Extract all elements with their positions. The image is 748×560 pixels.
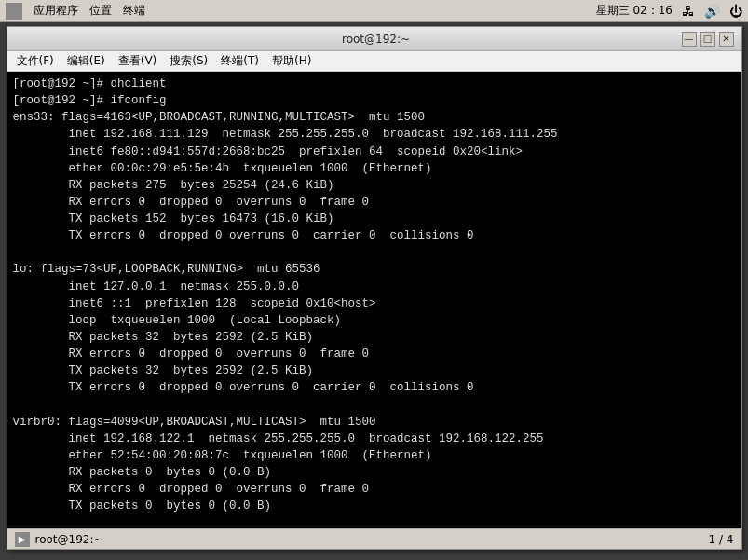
title-bar: root@192:~ — □ ✕ (7, 27, 741, 51)
app-icon (6, 3, 22, 20)
window-title: root@192:~ (71, 33, 682, 46)
minimize-button[interactable]: — (682, 32, 697, 47)
menu-view[interactable]: 查看(V) (113, 51, 163, 71)
menu-terminal[interactable]: 终端(T) (215, 51, 265, 71)
taskbar: 应用程序 位置 终端 星期三 02：16 🖧 🔊 ⏻ (0, 0, 748, 22)
menu-bar: 文件(F) 编辑(E) 查看(V) 搜索(S) 终端(T) 帮助(H) (7, 51, 741, 72)
terminal-window: root@192:~ — □ ✕ 文件(F) 编辑(E) 查看(V) 搜索(S)… (7, 26, 742, 550)
window-controls: — □ ✕ (682, 32, 734, 47)
taskbar-location-menu[interactable]: 位置 (89, 3, 112, 19)
audio-icon[interactable]: 🔊 (704, 4, 720, 19)
terminal-status-icon: ▶ (15, 532, 30, 547)
network-icon[interactable]: 🖧 (682, 4, 695, 19)
power-icon[interactable]: ⏻ (729, 4, 742, 19)
taskbar-datetime: 星期三 02：16 (596, 3, 673, 19)
menu-help[interactable]: 帮助(H) (266, 51, 317, 71)
maximize-button[interactable]: □ (700, 32, 715, 47)
page-indicator: 1 / 4 (709, 533, 734, 546)
terminal-body[interactable]: [root@192 ~]# dhclient [root@192 ~]# ifc… (7, 72, 741, 528)
status-left: ▶ root@192:~ (15, 532, 103, 547)
taskbar-app-menu[interactable]: 应用程序 (34, 3, 78, 19)
taskbar-right: 星期三 02：16 🖧 🔊 ⏻ (596, 3, 742, 19)
taskbar-terminal-menu[interactable]: 终端 (123, 3, 145, 19)
status-tab-label[interactable]: root@192:~ (35, 533, 103, 546)
taskbar-left: 应用程序 位置 终端 (6, 3, 145, 20)
status-bar: ▶ root@192:~ 1 / 4 (7, 528, 741, 549)
menu-edit[interactable]: 编辑(E) (61, 51, 111, 71)
menu-search[interactable]: 搜索(S) (164, 51, 213, 71)
menu-file[interactable]: 文件(F) (11, 51, 60, 71)
close-button[interactable]: ✕ (719, 32, 734, 47)
terminal-output: [root@192 ~]# dhclient [root@192 ~]# ifc… (13, 75, 736, 514)
